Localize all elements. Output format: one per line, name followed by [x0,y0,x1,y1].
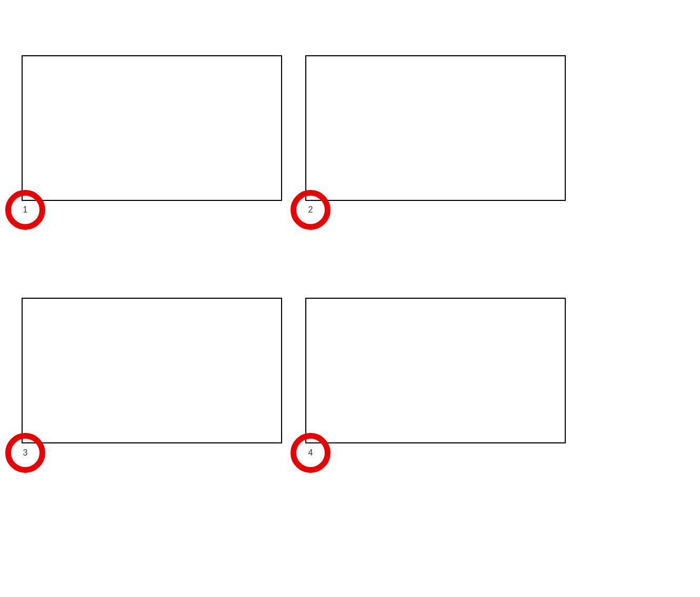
storyboard-panel-1 [22,55,282,201]
storyboard-panel-4 [305,298,566,443]
panel-marker-label-2: 2 [308,205,313,215]
storyboard-panel-2 [305,55,566,201]
panel-marker-3: 3 [5,433,45,473]
storyboard-panel-3 [22,298,282,443]
panel-marker-label-1: 1 [23,205,28,215]
panel-marker-1: 1 [5,190,45,230]
panel-marker-2: 2 [291,190,331,230]
panel-marker-label-3: 3 [23,448,28,458]
panel-marker-4: 4 [291,433,331,473]
panel-marker-label-4: 4 [308,448,313,458]
